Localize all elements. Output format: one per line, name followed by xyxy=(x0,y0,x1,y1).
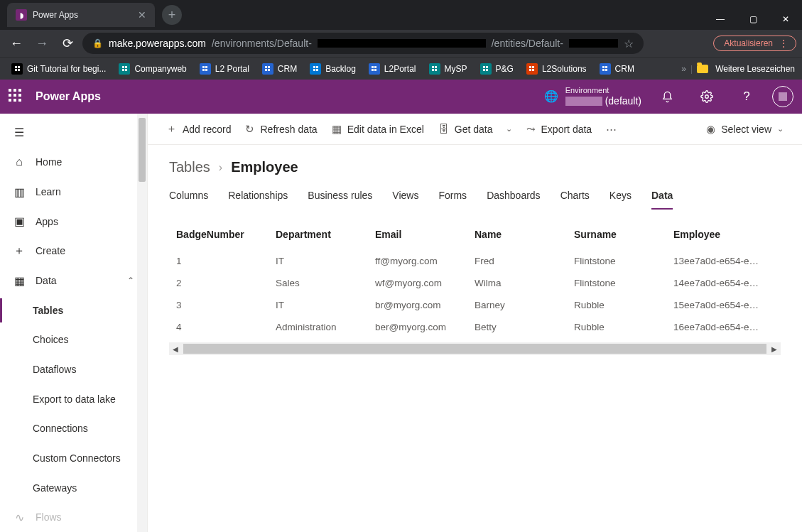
add-record-button[interactable]: ＋Add record xyxy=(161,118,237,140)
table-cell: IT xyxy=(276,300,375,310)
bookmark-item[interactable]: Backlog xyxy=(305,60,360,77)
url-host: make.powerapps.com xyxy=(109,38,206,49)
bookmark-item[interactable]: CRM xyxy=(595,60,639,77)
column-header[interactable]: Email xyxy=(375,229,475,240)
bookmark-item[interactable]: Companyweb xyxy=(114,60,190,77)
close-tab-icon[interactable]: ✕ xyxy=(138,9,146,21)
back-button[interactable]: ← xyxy=(6,33,27,54)
table-row[interactable]: 2Saleswf@myorg.comWilmaFlintstone14ee7a0… xyxy=(169,272,781,294)
sidebar-scrollbar[interactable] xyxy=(137,114,147,532)
bookmarks-overflow-icon[interactable]: » xyxy=(681,64,686,74)
pivot-tab-forms[interactable]: Forms xyxy=(438,187,467,210)
app-launcher-icon[interactable] xyxy=(9,89,24,104)
table-row[interactable]: 4Administrationber@myorg.comBettyRubble1… xyxy=(169,316,781,338)
table-cell: ff@myorg.com xyxy=(375,256,475,266)
reload-button[interactable]: ⟳ xyxy=(57,33,78,54)
help-icon[interactable]: ? xyxy=(732,89,761,104)
bookmark-item[interactable]: L2Solutions xyxy=(522,60,591,77)
sidebar-item-data[interactable]: ▦Data ⌃ xyxy=(0,266,147,295)
ellipsis-icon: ⋯ xyxy=(606,123,617,136)
environment-icon: 🌐 xyxy=(544,89,558,103)
table-cell: br@myorg.com xyxy=(375,300,475,310)
table-cell: 14ee7a0d-e654-eb1... xyxy=(673,278,766,288)
bookmark-item[interactable]: CRM xyxy=(258,60,301,77)
sidebar-item-tables[interactable]: Tables xyxy=(0,295,147,325)
forward-button[interactable]: → xyxy=(31,33,53,54)
bookmark-favicon xyxy=(480,63,492,75)
sidebar-item-export-lake[interactable]: Export to data lake xyxy=(0,384,147,414)
sidebar-item-choices[interactable]: Choices xyxy=(0,325,147,354)
get-data-button[interactable]: 🗄Get data⌄ xyxy=(433,119,518,139)
hamburger-icon: ☰ xyxy=(13,126,26,139)
pivot-tab-charts[interactable]: Charts xyxy=(560,187,590,210)
pivot-tabs: ColumnsRelationshipsBusiness rulesViewsF… xyxy=(169,187,781,210)
bookmark-favicon xyxy=(369,63,380,75)
browser-update-badge[interactable]: Aktualisieren ⋮ xyxy=(713,36,796,51)
table-cell: Flintstone xyxy=(574,256,673,266)
sidebar-item-create[interactable]: ＋Create xyxy=(0,237,147,266)
table-row[interactable]: 1ITff@myorg.comFredFlintstone13ee7a0d-e6… xyxy=(169,250,781,272)
edit-in-excel-button[interactable]: ▦Edit data in Excel xyxy=(326,119,430,140)
sidebar-item-dataflows[interactable]: Dataflows xyxy=(0,354,147,384)
scroll-right-icon[interactable]: ▶ xyxy=(768,345,781,353)
app-header: Power Apps 🌐 Environment (default) ? xyxy=(0,80,802,114)
sidebar-item-apps[interactable]: ▣Apps xyxy=(0,207,147,237)
cmd-label: Add record xyxy=(183,124,231,135)
scroll-left-icon[interactable]: ◀ xyxy=(169,345,182,353)
more-commands-button[interactable]: ⋯ xyxy=(600,119,622,140)
bookmark-favicon xyxy=(310,63,321,75)
sidebar-item-flows[interactable]: ∿Flows xyxy=(0,502,147,532)
sidebar-label: Custom Connectors xyxy=(33,452,121,464)
bookmark-item[interactable]: Git Tutorial for begi... xyxy=(7,60,110,77)
sidebar-item-learn[interactable]: ▥Learn xyxy=(0,177,147,207)
column-header[interactable]: BadgeNumber xyxy=(176,229,276,240)
horizontal-scrollbar[interactable]: ◀ ▶ xyxy=(169,342,781,355)
select-view-button[interactable]: ◉Select view⌄ xyxy=(700,119,789,140)
maximize-button[interactable]: ▢ xyxy=(737,9,769,30)
minimize-button[interactable]: — xyxy=(704,9,737,30)
database-icon: 🗄 xyxy=(438,123,449,135)
pivot-tab-relationships[interactable]: Relationships xyxy=(228,187,288,210)
close-window-button[interactable]: ✕ xyxy=(769,9,802,30)
browser-tab[interactable]: ◗ Power Apps ✕ xyxy=(7,3,155,27)
settings-icon[interactable] xyxy=(693,90,721,103)
notifications-icon[interactable] xyxy=(653,91,681,103)
pivot-tab-dashboards[interactable]: Dashboards xyxy=(487,187,541,210)
pivot-tab-columns[interactable]: Columns xyxy=(169,187,208,210)
scrollbar-track[interactable] xyxy=(183,344,766,354)
sidebar-item-connections[interactable]: Connections xyxy=(0,413,147,443)
refresh-data-button[interactable]: ↻Refresh data xyxy=(239,119,323,140)
chevron-down-icon: ⌄ xyxy=(777,124,784,134)
bookmark-item[interactable]: L2Portal xyxy=(364,60,421,77)
bookmark-item[interactable]: P&G xyxy=(476,60,518,77)
export-data-button[interactable]: ⤳Export data xyxy=(521,119,598,140)
bookmark-star-icon[interactable]: ☆ xyxy=(624,37,634,50)
bookmark-label: CRM xyxy=(615,64,634,74)
new-tab-button[interactable]: + xyxy=(162,5,182,25)
column-header[interactable]: Department xyxy=(276,229,375,240)
omnibox[interactable]: 🔒 make.powerapps.com/environments/Defaul… xyxy=(82,33,644,54)
table-cell: Flintstone xyxy=(574,278,673,288)
bookmark-item[interactable]: L2 Portal xyxy=(195,60,254,77)
sidebar-item-gateways[interactable]: Gateways xyxy=(0,473,147,503)
column-header[interactable]: Employee xyxy=(673,229,766,240)
sidebar-item-home[interactable]: ⌂Home xyxy=(0,148,147,178)
bookmark-item[interactable]: MySP xyxy=(425,60,472,77)
environment-picker[interactable]: 🌐 Environment (default) xyxy=(544,86,641,107)
sidebar-hamburger[interactable]: ☰ xyxy=(0,118,147,148)
column-header[interactable]: Surname xyxy=(574,229,673,240)
sidebar-item-custom-connectors[interactable]: Custom Connectors xyxy=(0,443,147,473)
bookmark-label: L2Solutions xyxy=(542,64,587,74)
table-row[interactable]: 3ITbr@myorg.comBarneyRubble15ee7a0d-e654… xyxy=(169,294,781,316)
cmd-label: Export data xyxy=(541,124,592,135)
sidebar-label: Tables xyxy=(33,305,63,316)
breadcrumb-root[interactable]: Tables xyxy=(169,159,210,175)
other-bookmarks[interactable]: Weitere Lesezeichen xyxy=(697,64,795,74)
pivot-tab-business-rules[interactable]: Business rules xyxy=(308,187,372,210)
pivot-tab-views[interactable]: Views xyxy=(392,187,418,210)
table-cell: Rubble xyxy=(574,300,673,310)
pivot-tab-keys[interactable]: Keys xyxy=(609,187,632,210)
user-avatar[interactable] xyxy=(772,86,793,107)
column-header[interactable]: Name xyxy=(475,229,574,240)
pivot-tab-data[interactable]: Data xyxy=(651,187,673,210)
